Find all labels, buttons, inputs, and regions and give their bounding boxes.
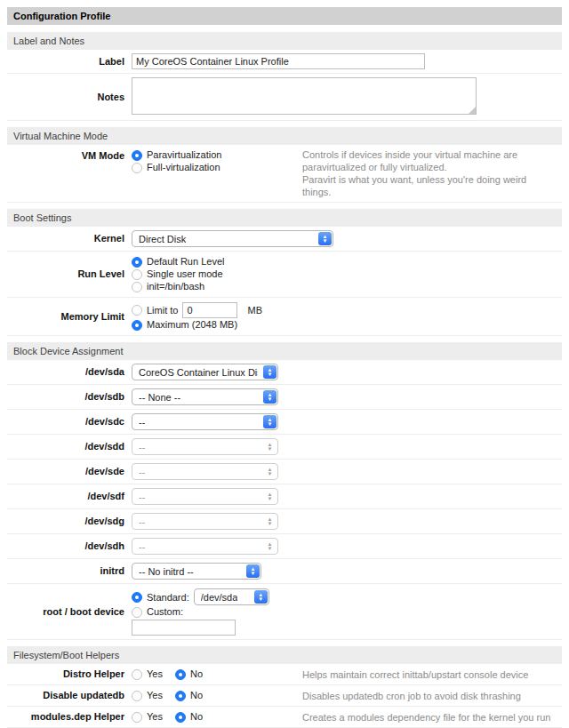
root-device-custom-radio[interactable]: Custom: <box>132 606 269 618</box>
disable-updatedb-yes-radio[interactable]: Yes <box>132 690 163 701</box>
radio-icon[interactable] <box>132 163 142 173</box>
dev-sde-label: /dev/sde <box>7 466 132 477</box>
radio-icon[interactable] <box>132 269 142 280</box>
select-value: -- <box>139 516 145 527</box>
dev-sde-select: -- <box>132 463 278 480</box>
memory-limit-to-radio[interactable] <box>132 305 142 316</box>
initrd-select[interactable]: -- No initrd -- <box>132 563 261 580</box>
radio-selected-icon[interactable] <box>132 320 142 331</box>
initrd-label: initrd <box>7 565 132 577</box>
notes-row: Notes <box>7 74 562 121</box>
select-stepper-icon <box>263 390 276 404</box>
select-stepper-icon <box>263 515 276 528</box>
dev-sdd-select: -- <box>132 438 278 455</box>
dev-sdb-row: /dev/sdb -- None -- <box>7 385 562 410</box>
memory-limit-input[interactable] <box>182 302 237 318</box>
disable-updatedb-no-radio[interactable]: No <box>175 690 203 701</box>
select-value: Direct Disk <box>139 234 186 244</box>
memory-maximum-radio[interactable]: Maximum (2048 MB) <box>132 319 262 331</box>
run-level-single-user-radio[interactable]: Single user mode <box>132 268 224 280</box>
radio-selected-icon[interactable] <box>175 691 186 701</box>
select-value: -- <box>139 541 145 552</box>
dev-sdg-label: /dev/sdg <box>7 516 132 527</box>
radio-icon[interactable] <box>132 282 142 292</box>
dev-sdg-select: -- <box>132 513 278 530</box>
vm-mode-label: VM Mode <box>7 148 132 162</box>
modules-dep-no-radio[interactable]: No <box>175 711 203 723</box>
memory-limit-label: Memory Limit <box>7 311 132 323</box>
radio-label: Standard: <box>147 592 189 603</box>
radio-label: Yes <box>147 668 163 680</box>
memory-limit-row: Memory Limit Limit to MB Maximum (2048 M… <box>7 298 562 336</box>
radio-label: Maximum (2048 MB) <box>147 319 237 331</box>
radio-label: No <box>190 668 203 680</box>
radio-selected-icon[interactable] <box>175 712 186 723</box>
radio-selected-icon[interactable] <box>132 257 142 268</box>
dev-sdf-label: /dev/sdf <box>7 491 132 502</box>
run-level-init-bash-radio[interactable]: init=/bin/bash <box>132 281 224 292</box>
resize-grip-icon[interactable] <box>469 107 476 114</box>
dev-sdc-label: /dev/sdc <box>7 416 132 428</box>
radio-label: Limit to <box>147 305 178 316</box>
select-stepper-icon <box>263 365 276 379</box>
select-value: CoreOS Container Linux Disk <box>139 367 258 378</box>
dev-sdb-select[interactable]: -- None -- <box>132 388 278 405</box>
radio-label: Custom: <box>147 606 183 618</box>
select-value: -- <box>139 492 145 502</box>
notes-textarea[interactable] <box>132 77 477 115</box>
root-device-select[interactable]: /dev/sda <box>194 588 269 605</box>
label-row: Label <box>7 50 562 74</box>
distro-helper-no-radio[interactable]: No <box>175 668 203 680</box>
dev-sda-row: /dev/sda CoreOS Container Linux Disk <box>7 360 562 385</box>
label-input[interactable] <box>132 53 425 69</box>
vm-mode-paravirtualization-radio[interactable]: Paravirtualization <box>132 149 302 161</box>
select-stepper-icon <box>246 564 260 578</box>
radio-icon[interactable] <box>132 712 142 723</box>
dev-sdf-select: -- <box>132 488 278 505</box>
dev-sda-label: /dev/sda <box>7 366 132 378</box>
root-device-standard-radio[interactable] <box>132 592 142 603</box>
modules-dep-help: Creates a modules dependency file for th… <box>302 711 562 724</box>
root-device-custom-input[interactable] <box>132 620 236 636</box>
distro-helper-label: Distro Helper <box>7 668 132 680</box>
root-boot-device-label: root / boot device <box>7 606 132 618</box>
select-value: -- No initrd -- <box>139 566 194 577</box>
select-stepper-icon <box>263 490 276 503</box>
modules-dep-yes-radio[interactable]: Yes <box>132 711 163 723</box>
dev-sda-select[interactable]: CoreOS Container Linux Disk <box>132 364 278 380</box>
configuration-profile-page: Configuration Profile Label and Notes La… <box>7 7 562 728</box>
radio-icon[interactable] <box>132 669 142 680</box>
select-stepper-icon <box>263 440 276 453</box>
disable-updatedb-label: Disable updatedb <box>7 690 132 701</box>
run-level-row: Run Level Default Run Level Single user … <box>7 252 562 298</box>
select-stepper-icon <box>263 465 276 478</box>
section-block-device-assignment: Block Device Assignment <box>7 342 562 360</box>
select-stepper-icon <box>263 540 276 553</box>
section-boot-settings: Boot Settings <box>7 209 562 227</box>
radio-label: No <box>190 690 203 701</box>
disable-updatedb-row: Disable updatedb Yes No Disables updated… <box>7 685 562 707</box>
distro-helper-row: Distro Helper Yes No Helps maintain corr… <box>7 664 562 685</box>
dev-sdh-select: -- <box>132 538 278 555</box>
kernel-row: Kernel Direct Disk <box>7 227 562 252</box>
dev-sdg-row: /dev/sdg -- <box>7 509 562 534</box>
dev-sdc-select[interactable]: -- <box>132 413 278 430</box>
radio-icon[interactable] <box>132 607 142 618</box>
radio-icon[interactable] <box>132 691 142 701</box>
dev-sdc-row: /dev/sdc -- <box>7 410 562 435</box>
radio-selected-icon[interactable] <box>132 150 142 161</box>
section-label-and-notes: Label and Notes <box>7 32 562 50</box>
radio-label: Full-virtualization <box>147 162 220 173</box>
vm-mode-full-virtualization-radio[interactable]: Full-virtualization <box>132 162 302 173</box>
help-text: Paravirt is what you want, unless you're… <box>302 173 557 198</box>
select-stepper-icon <box>318 232 332 245</box>
distro-helper-yes-radio[interactable]: Yes <box>132 668 163 680</box>
label-field-label: Label <box>7 56 132 68</box>
radio-label: Paravirtualization <box>147 149 221 161</box>
kernel-select[interactable]: Direct Disk <box>132 230 333 247</box>
section-virtual-machine-mode: Virtual Machine Mode <box>7 127 562 145</box>
memory-unit-label: MB <box>247 305 262 316</box>
select-value: -- <box>139 442 145 452</box>
radio-selected-icon[interactable] <box>175 669 186 680</box>
run-level-default-radio[interactable]: Default Run Level <box>132 256 224 268</box>
